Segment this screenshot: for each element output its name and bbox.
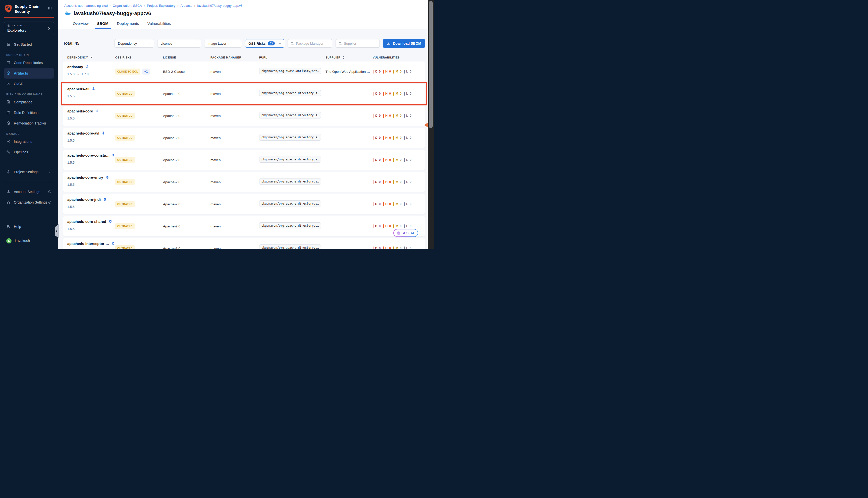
breadcrumb-project[interactable]: Project: Exploratory	[147, 4, 175, 8]
app-window: Supply Chain Security PROJECT Explorator…	[0, 0, 434, 249]
sidebar-item-ci-cd[interactable]: CI/CD	[4, 79, 54, 89]
table-row[interactable]: apacheds-core-shared1.5.5OUTDATEDApache-…	[63, 216, 425, 236]
sidebar-nav: Get StartedSUPPLY CHAINCode Repositories…	[0, 39, 58, 157]
table-row[interactable]: apacheds-core-consta…1.5.5OUTDATEDApache…	[63, 150, 425, 170]
vuln-critical-bar	[373, 114, 374, 118]
filter-license[interactable]: License	[157, 39, 201, 48]
scrollbar-thumb[interactable]	[429, 1, 433, 128]
breadcrumb-account[interactable]: Account: app-harness-ng-cicd	[64, 4, 108, 8]
vuln-critical-count: C 0	[375, 158, 381, 162]
vuln-low-bar	[404, 136, 405, 140]
sidebar-item-account-settings[interactable]: Account Settings	[4, 186, 54, 197]
sidebar-item-rule-definitions[interactable]: Rule Definitions	[4, 107, 54, 118]
tab-sbom[interactable]: SBOM	[97, 18, 109, 29]
supplier-cell: The Open Web Application …	[325, 70, 373, 74]
vuln-high-count: H 0	[385, 92, 391, 95]
vuln-medium-bar	[393, 202, 394, 206]
sort-desc-icon	[90, 57, 93, 58]
sidebar-item-organization-settings[interactable]: Organization Settings	[4, 197, 54, 208]
dependency-cell: apacheds-all1.5.5	[67, 83, 115, 104]
purl-chip[interactable]: pkg:maven/org.apache.directory.s…	[259, 245, 321, 249]
dependency-version: 1.5.3→1.7.8	[67, 72, 115, 76]
vuln-medium-bar	[393, 114, 394, 118]
vuln-medium-bar	[393, 180, 394, 184]
purl-chip[interactable]: pkg:maven/org.apache.directory.s…	[259, 222, 321, 229]
purl-chip[interactable]: pkg:maven/org.apache.directory.s…	[259, 90, 321, 96]
user-menu[interactable]: L Lavakush	[4, 235, 54, 246]
table-row[interactable]: apacheds-core-entry1.5.5OUTDATEDApache-2…	[63, 172, 425, 192]
purl-cell: pkg:maven/org.apache.directory.s…	[259, 200, 325, 208]
breadcrumb-artifact-name[interactable]: lavakush07/easy-buggy-app:v6	[197, 4, 242, 8]
tab-overview[interactable]: Overview	[72, 18, 89, 29]
total-count: Total: 45	[63, 41, 79, 46]
package-manager-input[interactable]	[296, 42, 329, 45]
purl-chip[interactable]: pkg:maven/org.apache.directory.s…	[259, 112, 321, 118]
sidebar-item-get-started[interactable]: Get Started	[4, 39, 54, 50]
chevron-down-icon	[148, 42, 151, 45]
purl-cell: pkg:maven/org.apache.directory.s…	[259, 90, 325, 97]
svg-text:?: ?	[8, 225, 9, 227]
sidebar-item-project-settings[interactable]: Project Settings	[4, 167, 54, 177]
vuln-critical-bar	[373, 92, 374, 96]
risk-badge: OUTDATED	[115, 157, 134, 163]
risk-badge: OUTDATED	[115, 91, 134, 97]
filter-oss-risks[interactable]: OSS Risks03	[245, 39, 284, 48]
dependency-version: 1.5.5	[67, 117, 115, 120]
purl-chip[interactable]: pkg:maven/org.apache.directory.s…	[259, 178, 321, 185]
breadcrumb-separator: ›	[194, 4, 195, 8]
app-grid-icon[interactable]	[48, 6, 52, 11]
table-row[interactable]: antisamy1.5.3→1.7.8CLOSE TO EOL+1BSD-2-C…	[63, 62, 425, 82]
dependency-name: apacheds-interceptor-…	[67, 242, 109, 246]
license-cell: Apache-2.0	[163, 247, 210, 249]
table-row[interactable]: apacheds-interceptor-…1.5.5OUTDATEDApach…	[63, 238, 425, 249]
vulnerabilities-cell: C 0H 0M 0L 0	[373, 158, 425, 162]
sidebar-section-title: SUPPLY CHAIN	[6, 53, 58, 56]
table-row[interactable]: apacheds-core-jndi1.5.5OUTDATEDApache-2.…	[63, 194, 425, 214]
package-manager-cell: maven	[210, 180, 259, 184]
sidebar-item-artifacts[interactable]: Artifacts	[4, 68, 54, 79]
sidebar-item-pipelines[interactable]: Pipelines	[4, 147, 54, 157]
purl-chip[interactable]: pkg:maven/org.apache.directory.s…	[259, 134, 321, 141]
tab-vulnerabilities[interactable]: Vulnerabilities	[147, 18, 171, 29]
table-row[interactable]: apacheds-core-avl1.5.5OUTDATEDApache-2.0…	[63, 128, 425, 148]
column-header-dependency[interactable]: DEPENDENCY	[67, 56, 115, 59]
sidebar-item-remediation-tracker[interactable]: Remediation Tracker	[4, 118, 54, 129]
risk-extra-badge[interactable]: +1	[142, 68, 150, 75]
sidebar-item-integrations[interactable]: Integrations	[4, 136, 54, 147]
table-row[interactable]: apacheds-all1.5.5OUTDATEDApache-2.0maven…	[63, 83, 425, 104]
column-header-supplier[interactable]: SUPPLIER	[325, 56, 373, 59]
breadcrumb-artifacts[interactable]: Artifacts	[180, 4, 192, 8]
table-row[interactable]: apacheds-core1.5.5OUTDATEDApache-2.0mave…	[63, 106, 425, 126]
page-scrollbar[interactable]	[428, 0, 434, 249]
sidebar-item-help[interactable]: ? Help	[4, 221, 54, 232]
info-icon[interactable]	[48, 190, 51, 194]
download-sbom-button[interactable]: Download SBOM	[383, 39, 425, 48]
filter-image-layer[interactable]: Image Layer	[204, 39, 242, 48]
vuln-high-count: H 0	[385, 247, 391, 249]
ask-ai-button[interactable]: Ask AI	[393, 229, 418, 237]
column-header-purl: PURL	[259, 56, 325, 59]
column-header-package-manager: PACKAGE MANAGER	[210, 56, 259, 59]
license-cell: Apache-2.0	[163, 202, 210, 206]
sidebar-item-code-repositories[interactable]: Code Repositories	[4, 57, 54, 68]
project-selector[interactable]: PROJECT Exploratory	[4, 22, 54, 35]
vuln-high-count: H 0	[385, 224, 391, 228]
vuln-critical-count: C 0	[375, 202, 381, 206]
supplier-input[interactable]	[344, 42, 377, 45]
filter-dependency[interactable]: Dependency	[115, 39, 154, 48]
purl-chip[interactable]: pkg:maven/org.apache.directory.s…	[259, 156, 321, 163]
dependency-cell: apacheds-core1.5.5	[67, 106, 115, 126]
vuln-medium-count: M 0	[396, 202, 402, 206]
sidebar-item-compliance[interactable]: Compliance	[4, 97, 54, 107]
vuln-high-bar	[383, 202, 384, 206]
breadcrumb-organization[interactable]: Organization: SSCA	[113, 4, 142, 8]
purl-chip[interactable]: pkg:maven/org.apache.directory.s…	[259, 200, 321, 207]
dependency-version: 1.5.5	[67, 183, 115, 186]
tab-deployments[interactable]: Deployments	[117, 18, 140, 29]
purl-chip[interactable]: pkg:maven/org.owasp.antisamy/ant…	[259, 68, 321, 74]
vuln-medium-bar	[393, 224, 394, 228]
layers-icon	[91, 87, 96, 91]
oss-risks-cell: OUTDATED	[115, 113, 163, 119]
info-icon[interactable]	[48, 200, 51, 204]
vuln-critical-bar	[373, 180, 374, 184]
